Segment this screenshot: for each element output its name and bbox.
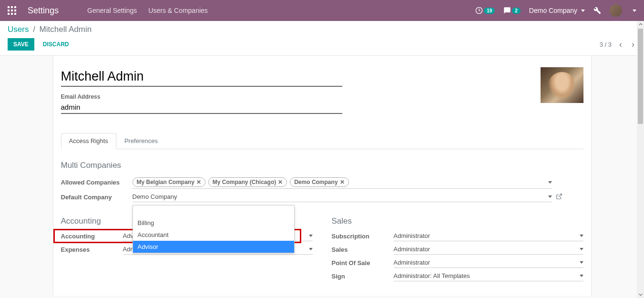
tab-preferences[interactable]: Preferences (116, 133, 166, 149)
email-input[interactable] (61, 101, 342, 114)
expenses-label: Expenses (61, 246, 123, 253)
subscription-select[interactable]: Administrator (394, 231, 583, 241)
pos-label: Point Of Sale (332, 259, 394, 267)
dropdown-caret-icon[interactable] (580, 275, 583, 277)
pager: 3 / 3 ‹ › (600, 40, 636, 50)
sales-select[interactable]: Administrator (394, 244, 583, 255)
company-switcher[interactable]: Demo Company (529, 7, 585, 14)
default-company-label: Default Company (61, 194, 133, 201)
user-menu-caret[interactable] (633, 10, 636, 12)
breadcrumb-current: Mitchell Admin (40, 25, 92, 34)
pager-prev[interactable]: ‹ (617, 40, 624, 50)
external-link-icon[interactable] (556, 193, 562, 201)
control-panel: Users / Mitchell Admin SAVE DISCARD 3 / … (0, 21, 644, 56)
activity-icon[interactable]: 19 (475, 7, 495, 14)
tab-access-rights[interactable]: Access Rights (61, 133, 116, 149)
activity-badge: 19 (484, 8, 495, 14)
email-label: Email Address (61, 93, 342, 100)
dropdown-caret-icon[interactable] (309, 248, 313, 250)
chat-badge: 2 (512, 8, 521, 14)
svg-line-1 (558, 194, 561, 196)
tabs: Access Rights Preferences (61, 133, 583, 149)
accounting-dropdown: Billing Accountant Advisor (133, 205, 295, 253)
apps-icon[interactable] (8, 6, 16, 15)
remove-tag-icon[interactable]: ✕ (196, 179, 201, 185)
remove-tag-icon[interactable]: ✕ (278, 179, 283, 185)
debug-icon[interactable] (593, 7, 601, 14)
default-company-field[interactable]: Demo Company (133, 192, 552, 202)
subscription-label: Subscription (332, 233, 394, 240)
scrollbar-thumb[interactable] (638, 29, 643, 124)
chat-icon[interactable]: 2 (503, 7, 521, 14)
name-input[interactable] (61, 67, 342, 87)
allowed-companies-field[interactable]: My Belgian Company✕ My Company (Chicago)… (133, 176, 552, 189)
remove-tag-icon[interactable]: ✕ (340, 179, 345, 185)
dropdown-caret-icon[interactable] (580, 235, 583, 237)
pager-text: 3 / 3 (600, 41, 612, 48)
topbar: Settings General Settings Users & Compan… (0, 0, 644, 21)
breadcrumb-parent[interactable]: Users (8, 25, 29, 34)
sign-select[interactable]: Administrator: All Templates (394, 271, 583, 281)
app-title: Settings (28, 6, 59, 16)
menu-users-companies[interactable]: Users & Companies (148, 7, 208, 14)
company-tag: My Company (Chicago)✕ (208, 177, 287, 187)
sales-label: Sales (332, 246, 394, 253)
scroll-up-icon[interactable] (638, 21, 643, 28)
scrollbar[interactable] (637, 21, 644, 298)
dropdown-caret-icon[interactable] (580, 261, 583, 264)
dropdown-option[interactable]: Advisor (133, 241, 294, 253)
save-button[interactable]: SAVE (8, 38, 34, 51)
dropdown-option[interactable]: Accountant (133, 229, 294, 241)
sign-label: Sign (332, 273, 394, 280)
user-photo[interactable] (541, 67, 583, 103)
company-tag: Demo Company✕ (290, 177, 348, 187)
scroll-down-icon[interactable] (638, 291, 643, 298)
company-tag: My Belgian Company✕ (133, 177, 205, 187)
dropdown-caret-icon[interactable] (548, 195, 552, 198)
dropdown-caret-icon[interactable] (580, 248, 583, 250)
multi-companies-title: Multi Companies (61, 161, 583, 170)
sales-title: Sales (332, 216, 583, 226)
discard-button[interactable]: DISCARD (37, 38, 75, 51)
dropdown-option[interactable]: Billing (133, 217, 294, 229)
pos-select[interactable]: Administrator (394, 257, 583, 268)
accounting-label: Accounting (61, 233, 123, 240)
dropdown-caret-icon[interactable] (309, 235, 313, 237)
pager-next[interactable]: › (630, 40, 636, 50)
form-sheet: Email Address Access Rights Preferences … (53, 56, 592, 296)
dropdown-caret-icon[interactable] (548, 181, 552, 184)
dropdown-option[interactable] (133, 206, 294, 217)
breadcrumb: Users / Mitchell Admin (8, 25, 636, 34)
menu-general-settings[interactable]: General Settings (87, 7, 137, 14)
allowed-companies-label: Allowed Companies (61, 179, 133, 186)
topbar-menu: General Settings Users & Companies (87, 7, 208, 14)
user-avatar[interactable] (610, 4, 622, 17)
